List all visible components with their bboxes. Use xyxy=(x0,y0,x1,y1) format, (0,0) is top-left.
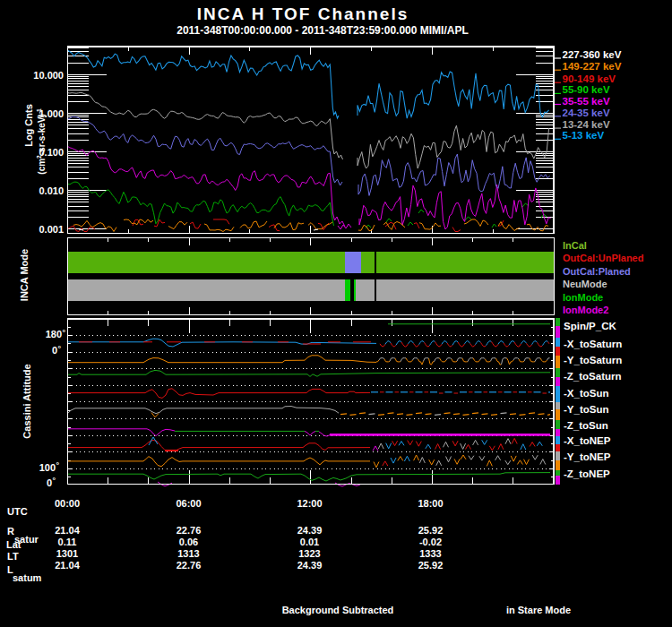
svg-text:21.04: 21.04 xyxy=(55,525,80,536)
svg-text:Log Cnts: Log Cnts xyxy=(23,104,34,147)
svg-text:0.06: 0.06 xyxy=(179,537,198,547)
svg-text:Lat: Lat xyxy=(6,539,22,550)
svg-text:00:00: 00:00 xyxy=(55,498,80,509)
svg-text:1301: 1301 xyxy=(56,548,78,559)
svg-text:Spin/P_CK: Spin/P_CK xyxy=(564,321,616,331)
svg-text:OutCal:Planed: OutCal:Planed xyxy=(563,266,631,277)
svg-text:0.11: 0.11 xyxy=(58,537,77,547)
svg-text:InCal: InCal xyxy=(563,240,587,251)
svg-text:-Y_toSun: -Y_toSun xyxy=(564,404,608,415)
svg-text:UTC: UTC xyxy=(7,506,28,517)
svg-text:-X_toNEP: -X_toNEP xyxy=(564,435,611,446)
svg-text:0: 0 xyxy=(52,345,57,356)
svg-text:22.76: 22.76 xyxy=(177,525,202,536)
svg-text:-X_toSun: -X_toSun xyxy=(564,388,608,399)
svg-text:22.76: 22.76 xyxy=(177,560,202,571)
svg-text:-Z_toSaturn: -Z_toSaturn xyxy=(564,371,622,382)
svg-text:24.39: 24.39 xyxy=(297,525,323,536)
svg-text:1313: 1313 xyxy=(177,548,199,559)
svg-text:°: ° xyxy=(58,344,62,353)
svg-text:-0.02: -0.02 xyxy=(419,537,442,547)
svg-text:100: 100 xyxy=(39,462,56,473)
svg-text:0.01: 0.01 xyxy=(300,537,319,547)
svg-text:227-360 keV: 227-360 keV xyxy=(563,49,622,60)
svg-text:LT: LT xyxy=(7,551,19,562)
svg-text:0: 0 xyxy=(47,477,52,488)
svg-text:149-227 keV: 149-227 keV xyxy=(563,61,622,72)
svg-text:2011-348T00:00:00.000 - 2011-3: 2011-348T00:00:00.000 - 2011-348T23:59:0… xyxy=(177,24,469,37)
svg-text:°: ° xyxy=(53,476,56,485)
svg-text:NeuMode: NeuMode xyxy=(563,279,607,289)
svg-text:18:00: 18:00 xyxy=(418,498,443,509)
svg-text:R: R xyxy=(7,526,14,537)
svg-text:°: ° xyxy=(63,328,66,337)
svg-text:21.04: 21.04 xyxy=(55,560,80,571)
svg-text:-Y_toNEP: -Y_toNEP xyxy=(564,451,611,462)
svg-text:0.010: 0.010 xyxy=(39,185,64,196)
svg-text:0.001: 0.001 xyxy=(39,224,64,235)
svg-text:INCA H TOF Channels: INCA H TOF Channels xyxy=(197,4,409,23)
svg-text:INCA Mode: INCA Mode xyxy=(19,249,30,301)
svg-text:06:00: 06:00 xyxy=(176,498,201,509)
svg-text:5-13 keV: 5-13 keV xyxy=(563,130,605,141)
svg-text:-Z_toSun: -Z_toSun xyxy=(564,420,608,431)
svg-text:35-55 keV: 35-55 keV xyxy=(563,96,610,107)
svg-text:IonMode: IonMode xyxy=(563,292,603,303)
svg-text:55-90 keV: 55-90 keV xyxy=(563,84,610,95)
svg-text:-X_toSaturn: -X_toSaturn xyxy=(564,339,622,349)
svg-text:-Y_toSaturn: -Y_toSaturn xyxy=(564,355,622,365)
svg-text:(cm2-sr-s-keV)-1: (cm2-sr-s-keV)-1 xyxy=(36,108,47,175)
svg-text:in Stare Mode: in Stare Mode xyxy=(506,605,571,615)
svg-text:90-149 keV: 90-149 keV xyxy=(563,73,616,84)
svg-text:24-35 keV: 24-35 keV xyxy=(563,107,610,118)
svg-text:25.92: 25.92 xyxy=(418,560,444,571)
svg-text:24.39: 24.39 xyxy=(297,560,323,571)
svg-text:1323: 1323 xyxy=(298,548,320,559)
svg-text:Cassini Attitude: Cassini Attitude xyxy=(22,364,32,438)
svg-text:1333: 1333 xyxy=(419,548,441,559)
svg-text:IonMode2: IonMode2 xyxy=(563,305,608,315)
svg-text:10.000: 10.000 xyxy=(33,70,64,81)
svg-text:-Z_toNEP: -Z_toNEP xyxy=(564,468,610,479)
svg-text:180: 180 xyxy=(46,329,62,339)
svg-text:°: ° xyxy=(56,460,60,469)
svg-text:Background Subtracted: Background Subtracted xyxy=(282,605,394,615)
svg-text:OutCal:UnPlaned: OutCal:UnPlaned xyxy=(563,253,643,263)
svg-text:12:00: 12:00 xyxy=(297,498,322,509)
svg-text:satum: satum xyxy=(13,572,42,583)
svg-text:25.92: 25.92 xyxy=(418,525,444,536)
svg-text:13-24 keV: 13-24 keV xyxy=(563,119,610,130)
